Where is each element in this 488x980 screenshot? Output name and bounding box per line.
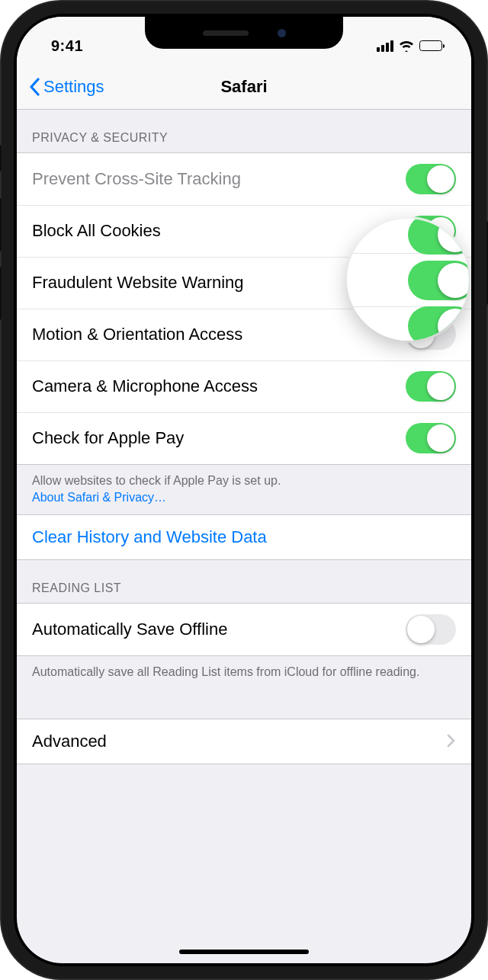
row-camera-microphone-access: Camera & Microphone Access [17, 360, 471, 412]
row-automatically-save-offline: Automatically Save Offline [17, 604, 471, 655]
navigation-bar: Settings Safari [17, 64, 471, 110]
row-advanced[interactable]: Advanced [17, 719, 471, 764]
row-label: Automatically Save Offline [32, 620, 227, 639]
chevron-right-icon [447, 731, 456, 752]
row-label: Block All Cookies [32, 221, 161, 241]
toggle-automatically-save-offline[interactable] [406, 614, 456, 645]
footer-text: Allow websites to check if Apple Pay is … [32, 474, 281, 487]
notch [145, 17, 343, 49]
page-title: Safari [220, 77, 267, 97]
row-label: Camera & Microphone Access [32, 376, 258, 396]
row-label: Motion & Orientation Access [32, 325, 242, 344]
row-label: Prevent Cross-Site Tracking [32, 169, 241, 189]
back-button[interactable]: Settings [29, 77, 104, 97]
toggle-check-for-apple-pay[interactable] [406, 423, 456, 453]
volume-up-button [0, 198, 2, 251]
row-label: Fraudulent Website Warning [32, 273, 244, 293]
battery-icon [419, 40, 442, 51]
back-label: Settings [43, 77, 104, 97]
status-icons [377, 40, 442, 52]
status-time: 9:41 [51, 37, 83, 55]
section-footer-reading-list: Automatically save all Reading List item… [17, 656, 471, 690]
screen: 9:41 Settings [17, 17, 471, 963]
wifi-icon [399, 40, 414, 52]
magnifier-callout [347, 219, 469, 341]
section-header-privacy: Privacy & Security [17, 110, 471, 152]
settings-content[interactable]: Privacy & Security Prevent Cross-Site Tr… [17, 110, 471, 764]
reading-list-group: Automatically Save Offline [17, 603, 471, 656]
row-label: Check for Apple Pay [32, 428, 184, 448]
row-label: Clear History and Website Data [32, 527, 267, 547]
advanced-group: Advanced [17, 719, 471, 764]
speaker-grille [203, 30, 249, 36]
silence-switch [0, 145, 2, 171]
chevron-left-icon [29, 78, 40, 96]
iphone-device-frame: 9:41 Settings [0, 0, 488, 980]
toggle-camera-microphone-access[interactable] [406, 371, 456, 402]
row-label: Advanced [32, 732, 107, 751]
toggle-prevent-cross-site-tracking[interactable] [406, 164, 456, 194]
row-clear-history-and-website-data[interactable]: Clear History and Website Data [17, 515, 471, 559]
section-header-reading-list: Reading List [17, 560, 471, 603]
volume-down-button [0, 267, 2, 320]
row-check-for-apple-pay: Check for Apple Pay [17, 412, 471, 464]
row-prevent-cross-site-tracking: Prevent Cross-Site Tracking [17, 153, 471, 205]
section-footer-privacy: Allow websites to check if Apple Pay is … [17, 465, 471, 514]
about-safari-privacy-link[interactable]: About Safari & Privacy… [32, 491, 166, 504]
cellular-signal-icon [377, 40, 393, 52]
front-sensor [278, 29, 286, 37]
magnified-toggle-icon [408, 261, 469, 300]
home-indicator[interactable] [179, 950, 309, 954]
clear-history-group: Clear History and Website Data [17, 514, 471, 560]
